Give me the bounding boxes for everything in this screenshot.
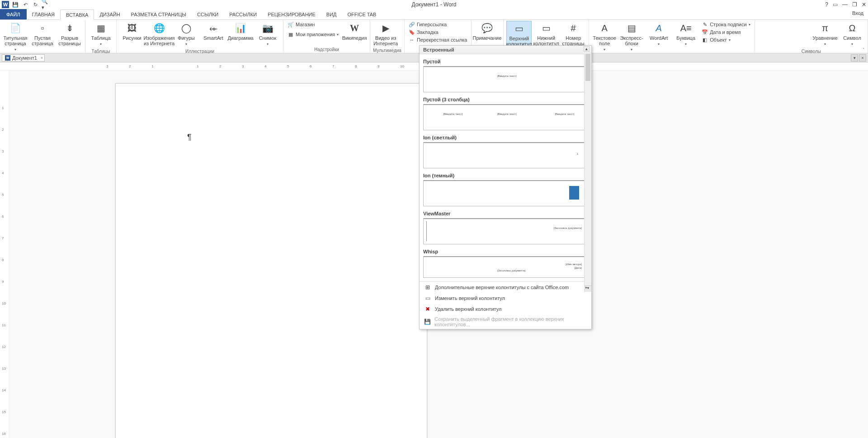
tab-home[interactable]: ГЛАВНАЯ bbox=[27, 9, 60, 19]
tab-file[interactable]: ФАЙЛ bbox=[0, 9, 27, 19]
sign-in-link[interactable]: Вход bbox=[852, 10, 863, 16]
wordart-button[interactable]: AWordArt bbox=[646, 21, 671, 48]
symbol-button[interactable]: ΩСимвол bbox=[840, 21, 865, 48]
minimize-icon[interactable]: — bbox=[842, 1, 848, 8]
video-icon: ▶ bbox=[379, 22, 392, 34]
save-icon[interactable]: 💾 bbox=[12, 1, 19, 8]
vertical-ruler[interactable]: 1234567891011121314151617 bbox=[0, 71, 9, 438]
gallery-body: Пустой [Введите текст] Пустой (3 столбца… bbox=[420, 54, 591, 281]
tabbar-menu-icon[interactable]: ▾ bbox=[851, 54, 858, 62]
tab-review[interactable]: РЕЦЕНЗИРОВАНИЕ bbox=[262, 9, 321, 19]
textbox-icon: A bbox=[598, 22, 611, 34]
help-icon[interactable]: ? bbox=[825, 1, 828, 8]
wikipedia-icon: W bbox=[348, 22, 361, 34]
crossref-icon: ↔ bbox=[409, 37, 415, 43]
more-headers-office-com[interactable]: ⊞ Дополнительные верхние колонтитулы с с… bbox=[420, 282, 591, 293]
online-pictures-icon: 🌐 bbox=[153, 22, 165, 34]
store-button[interactable]: 🛒Магазин bbox=[286, 21, 340, 28]
redo-icon[interactable]: ↻ bbox=[32, 1, 39, 8]
tabbar-close-icon[interactable]: × bbox=[859, 54, 866, 62]
smartart-button[interactable]: ⬰SmartArt bbox=[201, 21, 226, 42]
scrollbar-thumb[interactable] bbox=[585, 54, 590, 81]
signature-icon: ✎ bbox=[702, 21, 708, 28]
collapse-ribbon-icon[interactable]: ˄ bbox=[863, 48, 865, 52]
blank-page-button[interactable]: ▫Пустая страница bbox=[30, 21, 55, 47]
crossref-button[interactable]: ↔Перекрестная ссылка bbox=[407, 36, 469, 43]
tab-design[interactable]: ДИЗАЙН bbox=[94, 9, 125, 19]
screenshot-icon: 📷 bbox=[261, 22, 274, 34]
gallery-item-label: Whisp bbox=[423, 246, 588, 256]
ribbon-display-icon[interactable]: ▭ bbox=[833, 1, 838, 8]
tab-insert[interactable]: ВСТАВКА bbox=[60, 10, 94, 20]
gallery-item-label: Пустой bbox=[423, 56, 588, 66]
gallery-item-ion-light[interactable]: 1 bbox=[423, 142, 588, 168]
group-pages: 📄Титульная страница ▫Пустая страница ⇟Ра… bbox=[0, 20, 85, 53]
tab-references[interactable]: ССЫЛКИ bbox=[192, 9, 224, 19]
group-tables: ▦Таблица Таблицы bbox=[85, 20, 117, 53]
gallery-item-ion-dark[interactable] bbox=[423, 180, 588, 206]
textbox-button[interactable]: AТекстовое поле bbox=[592, 21, 617, 53]
doc-icon: W bbox=[5, 55, 10, 61]
wikipedia-button[interactable]: WВикипедия bbox=[342, 21, 367, 42]
dropcap-button[interactable]: A≡Буквица bbox=[673, 21, 698, 48]
page[interactable]: ¶ bbox=[115, 83, 427, 438]
symbol-icon: Ω bbox=[846, 22, 859, 34]
table-button[interactable]: ▦Таблица bbox=[88, 21, 113, 48]
store-icon: 🛒 bbox=[288, 21, 294, 28]
chevron-right-icon: ▸ bbox=[585, 285, 588, 290]
comment-button[interactable]: 💬Примечание bbox=[474, 21, 500, 42]
pictures-button[interactable]: 🖼Рисунки bbox=[119, 21, 145, 42]
remove-header[interactable]: ✖ Удалить верхний колонтитул bbox=[420, 304, 591, 314]
tab-view[interactable]: ВИД bbox=[321, 9, 342, 19]
online-video-button[interactable]: ▶Видео из Интернета bbox=[373, 21, 398, 47]
bookmark-icon: 🔖 bbox=[409, 29, 415, 35]
gallery-scrollbar[interactable]: ▾ bbox=[584, 54, 591, 292]
hyperlink-icon: 🔗 bbox=[409, 21, 415, 28]
gallery-item-label: Ion (светлый) bbox=[423, 132, 588, 142]
page-break-button[interactable]: ⇟Разрыв страницы bbox=[57, 21, 82, 47]
gallery-item-empty-3col[interactable]: [Введите текст] [Введите текст] [Введите… bbox=[423, 104, 588, 130]
tab-mailings[interactable]: РАССЫЛКИ bbox=[224, 9, 262, 19]
object-button[interactable]: ◧Объект bbox=[700, 36, 751, 43]
table-icon: ▦ bbox=[94, 22, 107, 34]
tab-office-tab[interactable]: OFFICE TAB bbox=[342, 9, 382, 19]
object-icon: ◧ bbox=[702, 37, 708, 43]
smartart-icon: ⬰ bbox=[207, 22, 220, 34]
gallery-item-viewmaster[interactable]: [Заголовок документа] bbox=[423, 218, 588, 244]
qat-more-icon[interactable]: 🔍▾ bbox=[42, 1, 49, 8]
quick-access-toolbar: W 💾 ↶ ↻ 🔍▾ bbox=[2, 1, 49, 8]
date-time-button[interactable]: 📅Дата и время bbox=[700, 29, 751, 36]
group-illustrations: 🖼Рисунки 🌐Изображения из Интернета ◯Фигу… bbox=[117, 20, 283, 53]
group-symbols: πУравнение ΩСимвол Символы ˄ bbox=[755, 20, 868, 53]
my-apps-button[interactable]: ▦Мои приложения bbox=[286, 31, 340, 38]
document-tab[interactable]: W Документ1 × bbox=[2, 54, 45, 62]
header-icon: ▭ bbox=[513, 22, 525, 35]
hyperlink-button[interactable]: 🔗Гиперссылка bbox=[407, 21, 469, 28]
gallery-footer: ⊞ Дополнительные верхние колонтитулы с с… bbox=[420, 281, 591, 329]
signature-line-button[interactable]: ✎Строка подписи bbox=[700, 21, 751, 28]
quickparts-button[interactable]: ▤Экспресс-блоки bbox=[619, 21, 644, 53]
screenshot-button[interactable]: 📷Снимок bbox=[255, 21, 280, 48]
apps-icon: ▦ bbox=[288, 31, 294, 38]
pictures-icon: 🖼 bbox=[126, 22, 138, 34]
shapes-button[interactable]: ◯Фигуры bbox=[174, 21, 199, 48]
equation-button[interactable]: πУравнение bbox=[812, 21, 838, 48]
gallery-item-empty[interactable]: [Введите текст] bbox=[423, 66, 588, 92]
close-tab-icon[interactable]: × bbox=[41, 56, 43, 60]
close-icon[interactable]: ✕ bbox=[862, 1, 866, 8]
chart-icon: 📊 bbox=[234, 22, 247, 34]
save-gallery-icon: 💾 bbox=[424, 318, 431, 325]
chart-button[interactable]: 📊Диаграмма bbox=[228, 21, 253, 42]
edit-header-icon: ▭ bbox=[424, 295, 431, 302]
gallery-item-whisp[interactable]: [Заголовок документа] [Имя автора] [Дата… bbox=[423, 256, 588, 278]
tab-layout[interactable]: РАЗМЕТКА СТРАНИЦЫ bbox=[126, 9, 192, 19]
online-pictures-button[interactable]: 🌐Изображения из Интернета bbox=[146, 21, 172, 47]
edit-header[interactable]: ▭ Изменить верхний колонтитул bbox=[420, 293, 591, 304]
bookmark-button[interactable]: 🔖Закладка bbox=[407, 29, 469, 36]
cover-page-button[interactable]: 📄Титульная страница bbox=[3, 21, 28, 53]
gallery-item-label: Пустой (3 столбца) bbox=[423, 94, 588, 104]
maximize-icon[interactable]: ❐ bbox=[852, 1, 857, 8]
gallery-scroll-up-icon[interactable]: ▴ bbox=[584, 46, 590, 52]
undo-icon[interactable]: ↶ bbox=[22, 1, 29, 8]
datetime-icon: 📅 bbox=[702, 29, 708, 35]
